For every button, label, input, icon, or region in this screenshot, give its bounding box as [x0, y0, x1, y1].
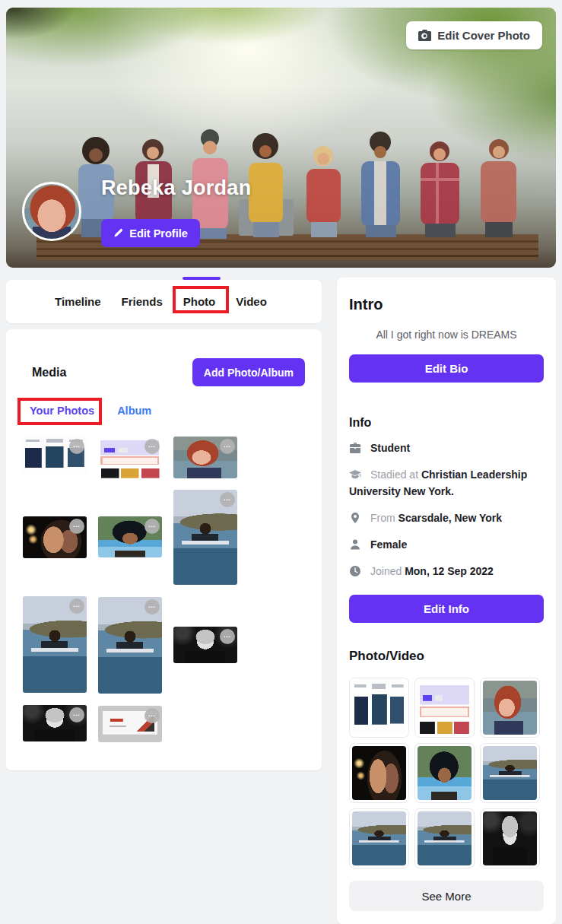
- photo-options-button[interactable]: •••: [220, 629, 235, 644]
- info-prefix: From: [370, 512, 398, 524]
- avatar[interactable]: [22, 182, 81, 241]
- edit-info-button[interactable]: Edit Info: [349, 595, 544, 623]
- photo-video-thumbnail-candlelight-women[interactable]: [349, 743, 409, 803]
- media-photo-surfer[interactable]: •••: [98, 597, 162, 694]
- photo-video-thumbnail-surfer[interactable]: [349, 808, 409, 868]
- photo-video-thumbnail-surfer[interactable]: [480, 743, 540, 803]
- media-section: Media Add Photo/Album Your Photos Album …: [6, 329, 322, 770]
- tab-friends[interactable]: Friends: [122, 295, 163, 308]
- camera-icon: [418, 30, 431, 41]
- photo-options-button[interactable]: •••: [69, 599, 84, 614]
- info-prefix: Joined: [370, 565, 405, 577]
- profile-tabs-bar: Timeline Friends Photo Video: [6, 280, 322, 323]
- edit-bio-button[interactable]: Edit Bio: [349, 354, 544, 383]
- media-photo-website-screenshot[interactable]: •••: [98, 437, 162, 478]
- briefcase-icon: [349, 442, 361, 454]
- afro-woman-image: [418, 746, 472, 800]
- photo-video-thumbnail-website-screenshot[interactable]: [414, 678, 475, 738]
- info-value: Student: [370, 442, 410, 454]
- info-value: Female: [370, 538, 407, 551]
- feed-screenshot-image: [352, 681, 406, 735]
- edit-profile-label: Edit Profile: [129, 227, 188, 240]
- filter-tab-your-photos[interactable]: Your Photos: [30, 405, 94, 417]
- tab-photo[interactable]: Photo: [183, 295, 216, 308]
- info-value: Mon, 12 Sep 2022: [405, 565, 494, 577]
- info-row-gender: Female: [349, 536, 544, 553]
- tab-timeline[interactable]: Timeline: [55, 295, 101, 308]
- photo-options-button[interactable]: •••: [69, 519, 84, 534]
- candlelight-women-image: [352, 746, 406, 800]
- photo-video-grid: [349, 678, 544, 868]
- media-photo-feed-screenshot[interactable]: •••: [23, 437, 87, 475]
- photo-options-button[interactable]: •••: [144, 519, 160, 534]
- media-photo-redhead-portrait[interactable]: •••: [173, 437, 237, 478]
- photo-video-thumbnail-afro-woman[interactable]: [414, 743, 475, 803]
- photo-video-thumbnail-bw-smiling-man[interactable]: [480, 808, 540, 868]
- redhead-portrait-image: [483, 681, 537, 735]
- edit-cover-photo-button[interactable]: Edit Cover Photo: [406, 21, 542, 49]
- website-screenshot-image: [418, 681, 472, 735]
- info-row-hometown: From Scarsdale, New York: [349, 510, 544, 526]
- photo-options-button[interactable]: •••: [220, 439, 235, 454]
- media-photo-afro-woman[interactable]: •••: [98, 516, 162, 557]
- tab-video[interactable]: Video: [236, 295, 267, 308]
- media-photo-bw-smiling-man[interactable]: •••: [173, 627, 237, 663]
- info-title: Info: [349, 416, 544, 430]
- photo-options-button[interactable]: •••: [144, 599, 160, 614]
- info-prefix: Stadied at: [370, 468, 421, 481]
- add-photo-album-button[interactable]: Add Photo/Album: [192, 358, 305, 386]
- bio-text: All I got right now is DREAMS: [349, 329, 544, 341]
- active-tab-indicator: [183, 277, 221, 280]
- info-row-work: Student: [349, 440, 544, 456]
- photo-video-title: Photo/Video: [349, 649, 544, 664]
- surfer-image: [483, 746, 537, 800]
- clock-icon: [349, 565, 361, 577]
- media-photo-grid: •••••••••••••••••••••••••••••••••: [23, 437, 305, 742]
- person-icon: [349, 538, 361, 551]
- media-photo-candlelight-women[interactable]: •••: [23, 516, 87, 558]
- bw-smiling-man-image: [483, 811, 537, 865]
- photo-options-button[interactable]: •••: [69, 707, 84, 722]
- media-photo-marketing-banner[interactable]: •••: [98, 706, 162, 742]
- location-pin-icon: [349, 512, 361, 524]
- photo-options-button[interactable]: •••: [220, 492, 235, 507]
- graduation-cap-icon: [349, 468, 361, 481]
- profile-name: Rebeka Jordan: [101, 176, 251, 200]
- media-title: Media: [23, 366, 66, 379]
- media-photo-surfer[interactable]: •••: [173, 490, 237, 585]
- surfer-image: [352, 811, 406, 865]
- intro-title: Intro: [349, 296, 544, 313]
- media-photo-surfer[interactable]: •••: [23, 596, 87, 693]
- photo-video-thumbnail-redhead-portrait[interactable]: [480, 678, 540, 738]
- profile-sidebar: Intro All I got right now is DREAMS Edit…: [337, 278, 556, 924]
- surfer-image: [418, 811, 472, 865]
- pencil-icon: [113, 228, 123, 238]
- edit-profile-button[interactable]: Edit Profile: [101, 219, 200, 247]
- cover-photo: Edit Cover Photo Rebeka Jordan Edit Prof…: [6, 8, 556, 268]
- media-photo-bw-smiling-man[interactable]: •••: [23, 705, 87, 741]
- edit-cover-photo-label: Edit Cover Photo: [437, 29, 530, 42]
- photo-options-button[interactable]: •••: [69, 439, 84, 454]
- info-row-joined: Joined Mon, 12 Sep 2022: [349, 563, 544, 579]
- filter-tab-album[interactable]: Album: [117, 405, 151, 417]
- photo-video-thumbnail-feed-screenshot[interactable]: [349, 678, 409, 738]
- info-value: Scarsdale, New York: [398, 512, 502, 524]
- info-row-education: Stadied at Christian Leadership Universi…: [349, 466, 544, 500]
- see-more-button[interactable]: See More: [349, 881, 544, 911]
- photo-options-button[interactable]: •••: [144, 708, 160, 723]
- photo-video-thumbnail-surfer[interactable]: [414, 808, 475, 868]
- photo-options-button[interactable]: •••: [144, 439, 160, 454]
